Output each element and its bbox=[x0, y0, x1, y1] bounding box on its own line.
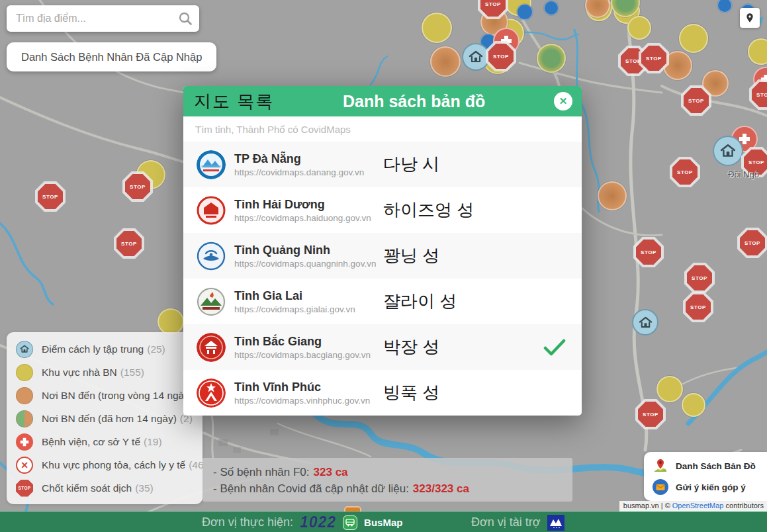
map-item-text: Tỉnh Vĩnh Phúc https://covidmaps.vinhphu… bbox=[234, 380, 383, 406]
quick-actions-panel: Danh Sách Bản Đồ Gửi ý kiến góp ý bbox=[644, 452, 767, 501]
bacgiang-logo bbox=[197, 333, 226, 362]
province-url: https://covidmaps.quangninh.gov.vn bbox=[234, 259, 383, 269]
danang-logo bbox=[197, 150, 226, 179]
attribution-separator: | © bbox=[659, 502, 672, 510]
feedback-mail-icon bbox=[652, 478, 669, 496]
quarantine-house-icon bbox=[16, 341, 33, 358]
legend-label: Khu vực phong tỏa, cách ly y tế bbox=[42, 459, 185, 471]
legend-count: (35) bbox=[135, 482, 154, 494]
visited-old-marker[interactable] bbox=[537, 44, 566, 73]
stop-checkpoint-marker[interactable]: STOP bbox=[670, 157, 700, 187]
status-label: - Bệnh nhân Covid đã cập nhật dữ liệu: bbox=[213, 482, 409, 495]
visited-place-marker[interactable] bbox=[430, 46, 461, 77]
province-url: https://covidmaps.haiduong.gov.vn bbox=[234, 213, 383, 223]
patient-home-marker[interactable] bbox=[422, 13, 452, 43]
stop-sign-text: STOP bbox=[677, 169, 693, 175]
map-item-text: Tỉnh Gia Lai https://covidmaps.gialai.go… bbox=[234, 289, 383, 314]
locate-button[interactable] bbox=[740, 8, 760, 28]
map-list: TP Đà Nẵng https://covidmaps.danang.gov.… bbox=[183, 142, 582, 416]
map-list-item-vinhphuc[interactable]: Tỉnh Vĩnh Phúc https://covidmaps.vinhphu… bbox=[183, 370, 582, 416]
legend-count: (19) bbox=[144, 436, 162, 448]
stop-checkpoint-marker[interactable]: STOP bbox=[639, 43, 669, 73]
stop-checkpoint-marker[interactable]: STOP bbox=[633, 237, 664, 267]
legend-label: Khu vực nhà BN bbox=[42, 367, 117, 378]
stop-sign-text: STOP bbox=[641, 249, 656, 255]
province-name: Tỉnh Vĩnh Phúc bbox=[234, 380, 383, 394]
province-name-korean: 박장 성 bbox=[383, 335, 541, 359]
house-icon bbox=[720, 144, 736, 158]
lockdown-x-icon: ✕ bbox=[16, 457, 33, 474]
stop-sign-text: STOP bbox=[688, 98, 704, 104]
stop-sign-text: STOP bbox=[42, 194, 58, 200]
map-list-item-gialai[interactable]: Tỉnh Gia Lai https://covidmaps.gialai.go… bbox=[183, 279, 582, 324]
legend-label: Nơi BN đến (trong vòng 14 ngày) bbox=[42, 390, 193, 402]
busmap-label: BusMap bbox=[364, 517, 402, 528]
stop-checkpoint-marker[interactable]: STOP bbox=[681, 85, 711, 116]
stop-checkpoint-marker[interactable]: STOP bbox=[635, 399, 666, 429]
stop-checkpoint-icon: STOP bbox=[16, 480, 33, 497]
province-name-korean: 쟐라이 성 bbox=[383, 290, 541, 313]
stop-checkpoint-marker[interactable]: STOP bbox=[683, 292, 713, 322]
close-icon[interactable]: ✕ bbox=[554, 92, 572, 111]
patient-home-marker[interactable] bbox=[679, 24, 708, 53]
modal-header: 지도 목록 Danh sách bản đồ ✕ bbox=[183, 86, 582, 116]
patient-home-marker[interactable] bbox=[682, 393, 705, 417]
patient-home-marker[interactable] bbox=[158, 308, 184, 335]
vinhphuc-logo bbox=[197, 378, 226, 408]
sponsor-label: Đơn vị tài trợ bbox=[471, 515, 541, 529]
quarantine-point-marker[interactable] bbox=[462, 43, 490, 71]
map-list-item-danang[interactable]: TP Đà Nẵng https://covidmaps.danang.gov.… bbox=[183, 142, 582, 187]
stop-checkpoint-marker[interactable]: STOP bbox=[684, 263, 715, 293]
legend-label: Điểm cách ly tập trung bbox=[42, 343, 144, 355]
modal-search-row bbox=[183, 116, 582, 142]
stop-sign-text: STOP bbox=[485, 1, 501, 7]
legend-item-hospital: Bệnh viện, cơ sở Y tế (19) bbox=[7, 430, 203, 453]
patient-home-marker[interactable] bbox=[656, 376, 683, 402]
logo-1022: 1022 bbox=[300, 513, 336, 531]
patient-home-zone-icon bbox=[16, 364, 33, 381]
patients-list-button[interactable]: Danh Sách Bệnh Nhân Đã Cập Nhập bbox=[7, 42, 216, 71]
stop-sign-text: STOP bbox=[130, 184, 146, 190]
map-search-input[interactable] bbox=[16, 13, 178, 24]
gialai-logo bbox=[197, 287, 226, 316]
legend-item-lockdown: ✕ Khu vực phong tỏa, cách ly y tế (46) bbox=[7, 453, 203, 476]
province-name: Tỉnh Bắc Giang bbox=[234, 335, 383, 349]
search-icon[interactable] bbox=[178, 11, 193, 26]
quarantine-point-marker[interactable] bbox=[713, 136, 743, 166]
map-list-item-bacgiang[interactable]: Tỉnh Bắc Giang https://covidmaps.bacgian… bbox=[183, 324, 582, 370]
implemented-by-label: Đơn vị thực hiện: bbox=[202, 515, 293, 529]
legend-label: Chốt kiểm soát dịch bbox=[42, 482, 132, 494]
cluster-dot-marker[interactable] bbox=[544, 1, 559, 15]
open-map-list-button[interactable]: Danh Sách Bản Đồ bbox=[644, 455, 767, 476]
cluster-dot-marker[interactable] bbox=[517, 4, 533, 20]
footer-implemented-by: Đơn vị thực hiện: 1022 BusMap bbox=[202, 512, 402, 532]
map-list-item-quangninh[interactable]: Tỉnh Quảng Ninh https://covidmaps.quangn… bbox=[183, 233, 582, 279]
legend-item-patient-home: Khu vực nhà BN (155) bbox=[7, 361, 203, 384]
quarantine-point-marker[interactable] bbox=[632, 309, 658, 335]
status-value: 323/323 ca bbox=[413, 482, 469, 495]
quangninh-logo bbox=[197, 242, 226, 271]
legend-label: Bệnh viện, cơ sở Y tế bbox=[42, 436, 140, 448]
status-value: 323 ca bbox=[314, 466, 348, 478]
legend-item-checkpoint: STOP Chốt kiểm soát dịch (35) bbox=[7, 476, 203, 500]
visited-place-marker[interactable] bbox=[598, 181, 627, 210]
map-pin-icon bbox=[652, 457, 669, 474]
stop-sign-text: STOP bbox=[646, 56, 662, 62]
patient-home-marker[interactable] bbox=[627, 16, 651, 40]
province-url: https://covidmaps.danang.gov.vn bbox=[234, 167, 383, 177]
hospital-cross-icon bbox=[16, 433, 33, 451]
map-item-text: Tỉnh Bắc Giang https://covidmaps.bacgian… bbox=[234, 335, 383, 360]
stop-sign-text: STOP bbox=[643, 412, 658, 418]
map-item-text: Tỉnh Hải Dương https://covidmaps.haiduon… bbox=[234, 198, 383, 223]
legend-item-visited-recent: Nơi BN đến (trong vòng 14 ngày) ( bbox=[7, 384, 203, 407]
map-list-item-haiduong[interactable]: Tỉnh Hải Dương https://covidmaps.haiduon… bbox=[183, 187, 582, 233]
stop-checkpoint-marker[interactable]: STOP bbox=[486, 41, 516, 71]
house-icon bbox=[469, 50, 483, 64]
visited-old-zone-icon bbox=[16, 410, 33, 427]
legend-label: Nơi BN đến (đã hơn 14 ngày) bbox=[42, 413, 177, 425]
stop-sign-text: STOP bbox=[756, 92, 767, 98]
osm-link[interactable]: OpenStreetMap bbox=[672, 502, 724, 510]
map-place-label: Đồi Ngô bbox=[728, 169, 759, 179]
province-search-input[interactable] bbox=[195, 124, 570, 135]
send-feedback-button[interactable]: Gửi ý kiến góp ý bbox=[644, 476, 767, 498]
